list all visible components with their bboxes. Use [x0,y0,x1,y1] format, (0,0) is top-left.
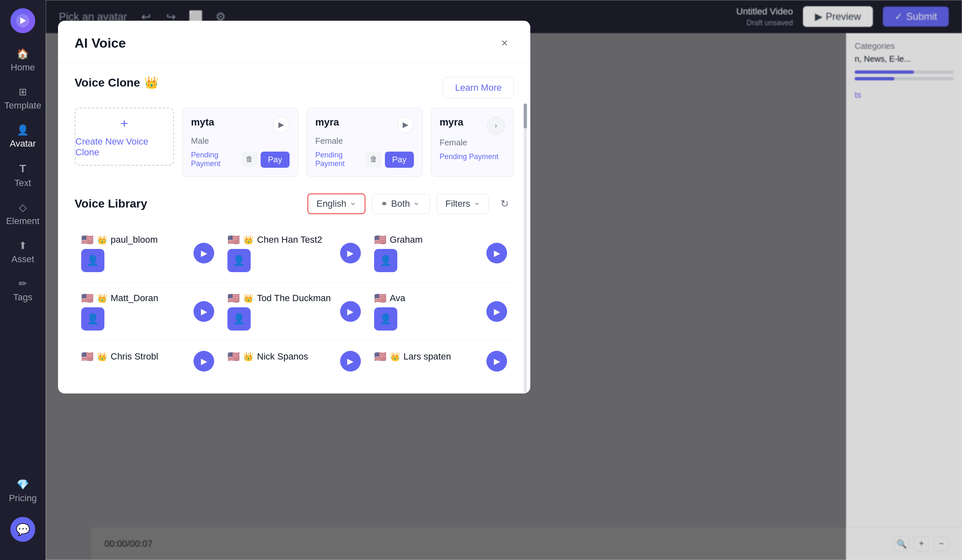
voice-item-1-crown: 👑 [243,235,254,245]
voice-card-0-pay[interactable]: Pay [261,152,290,168]
voice-item-0-flag: 🇺🇸 [81,234,94,246]
voice-item-8-top: 🇺🇸 👑 Lars spaten [374,351,481,362]
learn-more-button[interactable]: Learn More [443,77,514,99]
voice-item-5: 🇺🇸 Ava 👤 ▶ [367,282,514,341]
voice-item-4-name: Tod The Duckman [257,293,331,304]
sidebar-item-asset-label: Asset [11,254,34,265]
voice-item-6-name: Chris Strobl [111,351,158,362]
sidebar-item-template[interactable]: ⊞ Template [4,81,41,116]
voice-item-5-info: 🇺🇸 Ava 👤 [374,292,481,331]
voice-item-2-play[interactable]: ▶ [486,243,507,263]
rp-link[interactable]: ts [855,90,954,100]
voice-card-1-pay[interactable]: Pay [385,152,414,168]
voice-item-1-name: Chen Han Test2 [257,234,322,245]
sidebar-item-avatar-label: Avatar [10,138,36,149]
voice-library-grid: 🇺🇸 👑 paul_bloom 👤 ▶ 🇺🇸 👑 Chen Han Test2 [75,224,514,381]
voice-item-7-play[interactable]: ▶ [340,351,361,372]
sidebar-item-tags-label: Tags [13,292,32,303]
sidebar-item-avatar[interactable]: 👤 Avatar [4,119,41,154]
sidebar-item-home[interactable]: 🏠 Home [4,43,41,78]
voice-card-0-footer: Pending Payment 🗑 Pay [191,151,290,168]
voice-item-3-play[interactable]: ▶ [193,301,214,322]
zoom-magnify[interactable]: 🔍 [894,536,909,551]
sidebar-item-element[interactable]: ◇ Element [4,197,41,232]
text-icon: T [19,162,26,175]
voice-card-1-gender: Female [315,136,414,146]
sidebar-item-pricing[interactable]: 💎 Pricing [4,474,41,509]
filters-chevron-icon [474,200,480,207]
filter-group: English ⚭ Both Filters ↻ [307,193,514,214]
voice-item-8-play[interactable]: ▶ [486,351,507,372]
voice-card-2-name: myra [440,116,463,128]
voice-card-0-play[interactable]: ▶ [273,116,290,133]
voice-clone-list: + Create New Voice Clone myta ▶ Male Pen… [75,108,514,180]
voice-item-6-play[interactable]: ▶ [193,351,214,372]
voice-item-0: 🇺🇸 👑 paul_bloom 👤 ▶ [75,224,221,282]
language-dropdown[interactable]: English [307,193,365,214]
voice-item-3-info: 🇺🇸 👑 Matt_Doran 👤 [81,292,189,331]
voice-card-0: myta ▶ Male Pending Payment 🗑 Pay [182,108,298,177]
dialog-close-button[interactable]: × [496,34,514,52]
voice-card-0-header: myta ▶ [191,116,290,133]
voice-item-0-play[interactable]: ▶ [193,243,214,263]
voice-item-4-play[interactable]: ▶ [340,301,361,322]
voice-item-6-crown: 👑 [97,352,107,362]
check-icon: ✓ [894,11,903,22]
voice-item-1-avatar: 👤 [227,249,251,272]
dialog-scrollbar[interactable] [524,104,527,393]
gender-dropdown[interactable]: ⚭ Both [372,194,430,214]
voice-card-1-play[interactable]: ▶ [397,116,414,133]
dialog-body: Voice Clone 👑 Learn More + Create New Vo… [58,63,530,393]
sidebar-item-asset[interactable]: ⬆ Asset [4,235,41,270]
voice-card-0-delete[interactable]: 🗑 [242,152,257,167]
voice-item-6-info: 🇺🇸 👑 Chris Strobl [81,351,189,366]
filters-dropdown[interactable]: Filters [437,194,489,214]
dialog-header: AI Voice × [58,21,530,63]
submit-button[interactable]: ✓ Submit [883,7,949,27]
voice-item-3-top: 🇺🇸 👑 Matt_Doran [81,292,189,304]
tags-icon: ✏ [19,278,27,290]
slider-2[interactable] [855,77,954,80]
pricing-icon: 💎 [17,479,29,490]
element-icon: ◇ [19,202,27,213]
voice-item-6: 🇺🇸 👑 Chris Strobl ▶ [75,341,221,381]
slider-1[interactable] [855,70,954,74]
voice-item-1-play[interactable]: ▶ [340,243,361,263]
voice-item-7-name: Nick Spanos [257,351,308,362]
voice-library-title: Voice Library [75,197,147,210]
voice-item-6-top: 🇺🇸 👑 Chris Strobl [81,351,189,362]
voice-clone-header: Voice Clone 👑 Learn More [75,76,514,99]
zoom-out[interactable]: − [934,536,949,551]
refresh-icon: ↻ [500,198,509,210]
voice-card-2: myra › Female Pending Payment [431,108,514,177]
refresh-button[interactable]: ↻ [496,195,514,213]
ai-voice-dialog: AI Voice × Voice Clone 👑 Learn More + Cr… [58,21,530,393]
app-logo[interactable] [10,8,35,33]
sidebar-item-element-label: Element [6,216,40,227]
preview-button[interactable]: ▶ Preview [803,6,873,27]
voice-item-1-top: 🇺🇸 👑 Chen Han Test2 [227,234,335,246]
sidebar-item-text[interactable]: T Text [4,157,41,193]
voice-item-8-name: Lars spaten [404,351,451,362]
voice-item-5-top: 🇺🇸 Ava [374,292,481,304]
sidebar-item-tags[interactable]: ✏ Tags [4,273,41,308]
voice-item-0-avatar: 👤 [81,249,104,272]
voice-item-2: 🇺🇸 Graham 👤 ▶ [367,224,514,282]
video-title: Untitled Video [736,6,793,17]
voice-item-5-play[interactable]: ▶ [486,301,507,322]
voice-item-5-avatar: 👤 [374,307,397,331]
voice-item-0-name: paul_bloom [111,234,158,245]
voice-card-1-delete[interactable]: 🗑 [366,152,382,167]
chat-button[interactable]: 💬 [10,517,35,542]
voice-item-3-crown: 👑 [97,293,107,303]
voice-item-4-avatar: 👤 [227,307,251,331]
voice-item-1-info: 🇺🇸 👑 Chen Han Test2 👤 [227,234,335,272]
voice-item-7-crown: 👑 [243,352,254,362]
zoom-in[interactable]: + [914,536,929,551]
avatar-icon: 👤 [17,124,29,136]
voice-item-2-name: Graham [390,234,423,245]
voice-item-2-avatar: 👤 [374,249,397,272]
create-voice-clone-card[interactable]: + Create New Voice Clone [75,108,174,166]
voice-card-2-play[interactable]: › [487,116,505,135]
home-icon: 🏠 [17,48,29,60]
